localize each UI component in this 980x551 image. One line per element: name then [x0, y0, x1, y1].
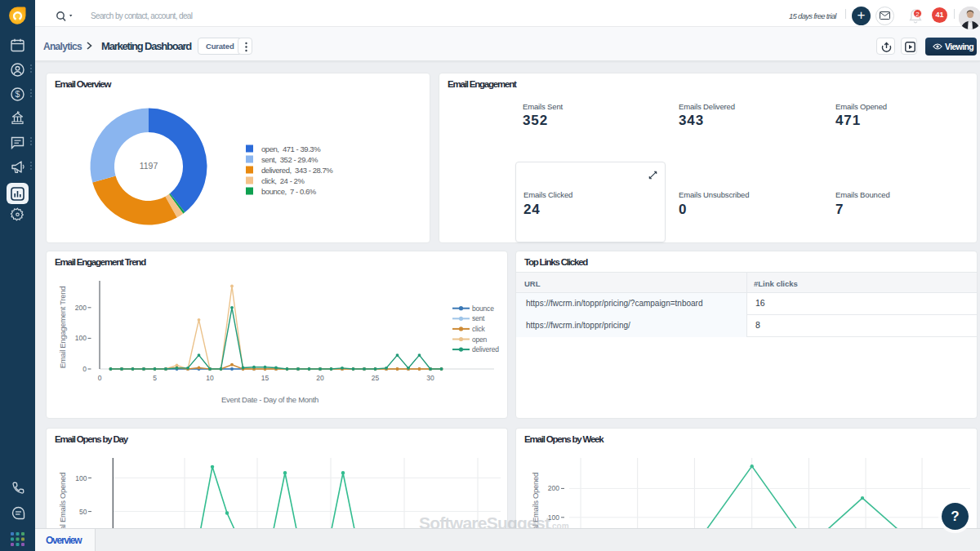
svg-text:100: 100	[75, 474, 87, 482]
svg-text:click, 24 - 2%: click, 24 - 2%	[261, 176, 305, 185]
svg-text:200: 200	[75, 304, 87, 312]
svg-text:bounce, 7 - 0.6%: bounce, 7 - 0.6%	[261, 187, 317, 196]
svg-text:5: 5	[153, 374, 157, 382]
svg-text:click: click	[472, 325, 485, 333]
svg-text:delivered, 343 - 28.7%: delivered, 343 - 28.7%	[261, 166, 333, 175]
svg-text:open: open	[472, 335, 488, 344]
svg-text:$: $	[16, 89, 20, 99]
svg-text:delivered: delivered	[472, 345, 499, 353]
svg-text:bounce: bounce	[472, 304, 494, 313]
svg-text:10: 10	[206, 374, 214, 382]
svg-text:100: 100	[75, 334, 87, 342]
svg-text:sent, 352 - 29.4%: sent, 352 - 29.4%	[261, 155, 318, 164]
svg-text:30: 30	[426, 374, 434, 382]
svg-text:Email Engagement Trend: Email Engagement Trend	[58, 287, 67, 369]
svg-text:sent: sent	[472, 314, 485, 322]
svg-text:15: 15	[261, 374, 270, 382]
svg-text:0: 0	[82, 365, 87, 373]
svg-text:Event Date - Day of the Month: Event Date - Day of the Month	[221, 395, 318, 404]
svg-text:0: 0	[98, 374, 102, 382]
svg-text:50: 50	[79, 508, 87, 516]
svg-text:25: 25	[372, 374, 380, 382]
svg-text:open, 471 - 39.3%: open, 471 - 39.3%	[261, 144, 321, 153]
svg-text:1197: 1197	[140, 161, 158, 171]
svg-text:200: 200	[548, 484, 559, 492]
svg-text:20: 20	[316, 374, 324, 382]
